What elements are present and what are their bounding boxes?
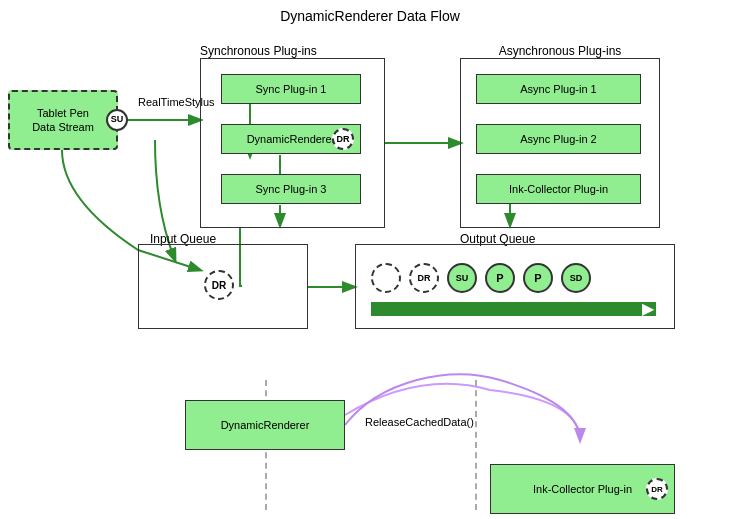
oq-circle-p2: P xyxy=(523,263,553,293)
sync-title: Synchronous Plug-ins xyxy=(200,44,317,58)
bottom-ink-box: Ink-Collector Plug-in DR xyxy=(490,464,675,514)
sync-section: Sync Plug-in 1 DynamicRenderer DR Sync P… xyxy=(200,58,385,228)
dr-badge-input: DR xyxy=(204,270,234,300)
sync-plugin-2: DynamicRenderer DR xyxy=(221,124,361,154)
oq-circle-sd: SD xyxy=(561,263,591,293)
su-badge: SU xyxy=(106,109,128,131)
diagram: DynamicRenderer Data Flow xyxy=(0,0,740,519)
oq-circle-p1: P xyxy=(485,263,515,293)
tablet-pen-label: Tablet Pen Data Stream xyxy=(32,106,94,135)
async-title: Asynchronous Plug-ins xyxy=(455,44,665,58)
dr-badge-ink: DR xyxy=(646,478,668,500)
async-section: Async Plug-in 1 Async Plug-in 2 Ink-Coll… xyxy=(460,58,660,228)
oq-circles: DR SU P P SD xyxy=(371,263,591,293)
async-plugin-3: Ink-Collector Plug-in xyxy=(476,174,641,204)
oq-circle-empty xyxy=(371,263,401,293)
sync-plugin-1: Sync Plug-in 1 xyxy=(221,74,361,104)
bottom-dr-box: DynamicRenderer xyxy=(185,400,345,450)
input-queue-section: DR xyxy=(138,244,308,329)
async-plugin-1: Async Plug-in 1 xyxy=(476,74,641,104)
dashed-line-right xyxy=(475,380,477,510)
dr-badge-sync: DR xyxy=(332,128,354,150)
release-label: ReleaseCachedData() xyxy=(365,416,474,428)
oq-circle-su: SU xyxy=(447,263,477,293)
sync-plugin-3: Sync Plug-in 3 xyxy=(221,174,361,204)
oq-arrow-bar: ▶ xyxy=(371,302,656,316)
tablet-pen-box: Tablet Pen Data Stream SU xyxy=(8,90,118,150)
page-title: DynamicRenderer Data Flow xyxy=(0,0,740,24)
async-plugin-2: Async Plug-in 2 xyxy=(476,124,641,154)
oq-circle-dr: DR xyxy=(409,263,439,293)
output-queue-section: DR SU P P SD ▶ xyxy=(355,244,675,329)
